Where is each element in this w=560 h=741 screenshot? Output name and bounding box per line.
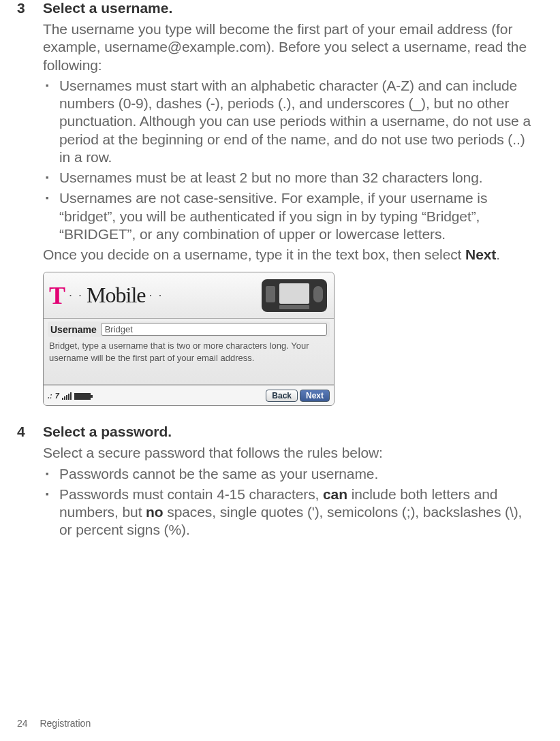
step-title: Select a password. [43, 424, 533, 440]
logo-t-icon: T [49, 281, 65, 310]
outro-post: . [496, 247, 500, 262]
step-number: 4 [17, 424, 31, 541]
status-icons: .: 7 [48, 392, 91, 400]
b2-bold1: can [323, 486, 347, 502]
signal-dots-icon: .: [48, 392, 52, 400]
screenshot-buttons: Back Next [266, 390, 330, 402]
device-illustration-icon [260, 277, 328, 315]
tmobile-logo: T · · Mobile · · [49, 281, 165, 310]
svg-rect-1 [279, 283, 309, 304]
screenshot-body: Username Bridget Bridget, type a usernam… [44, 319, 334, 385]
logo-dots-icon: · · [149, 288, 163, 302]
username-label: Username [50, 324, 97, 335]
logo-dots-icon: · · [69, 288, 83, 302]
section-name: Registration [40, 718, 91, 729]
logo-mobile-text: Mobile [87, 283, 145, 308]
screenshot-header: T · · Mobile · · [44, 272, 334, 319]
step4-intro: Select a secure password that follows th… [43, 444, 533, 462]
outro-bold: Next [465, 247, 496, 262]
page-number: 24 [17, 718, 28, 729]
step-body: Select a password. Select a secure passw… [43, 424, 533, 541]
step3-bullets: Usernames must start with an alphabetic … [43, 77, 533, 243]
username-field-row: Username Bridget [48, 321, 330, 337]
b2-pre: Passwords must contain 4-15 characters, [59, 486, 323, 502]
svg-rect-2 [266, 286, 275, 302]
step-3: 3 Select a username. The username you ty… [17, 0, 533, 420]
bullet-item: Usernames must start with an alphabetic … [43, 77, 533, 166]
network-icon: 7 [55, 392, 59, 400]
step3-outro: Once you decide on a username, type it i… [43, 246, 533, 264]
next-button[interactable]: Next [300, 390, 330, 402]
bullet-item: Passwords cannot be the same as your use… [43, 465, 533, 483]
page-footer: 24 Registration [17, 718, 91, 729]
outro-pre: Once you decide on a username, type it i… [43, 247, 465, 262]
svg-rect-4 [279, 305, 309, 309]
bullet-item: Usernames are not case-sensitive. For ex… [43, 189, 533, 243]
signal-bars-icon [62, 392, 72, 400]
back-button[interactable]: Back [266, 390, 298, 402]
step-body: Select a username. The username you type… [43, 0, 533, 420]
step4-bullets: Passwords cannot be the same as your use… [43, 465, 533, 539]
step-number: 3 [17, 0, 31, 420]
username-input[interactable]: Bridget [101, 323, 327, 336]
username-hint: Bridget, type a username that is two or … [48, 337, 330, 384]
b2-bold2: no [146, 504, 163, 520]
svg-rect-3 [313, 286, 323, 302]
screenshot-footer: .: 7 Back Next [44, 385, 334, 405]
bullet-item: Usernames must be at least 2 but no more… [43, 169, 533, 187]
device-screenshot: T · · Mobile · · Username Bridget [43, 272, 335, 406]
battery-icon [74, 393, 91, 400]
step3-intro: The username you type will become the fi… [43, 20, 533, 74]
bullet-item: Passwords must contain 4-15 characters, … [43, 486, 533, 539]
step-4: 4 Select a password. Select a secure pas… [17, 424, 533, 541]
step-title: Select a username. [43, 0, 533, 16]
